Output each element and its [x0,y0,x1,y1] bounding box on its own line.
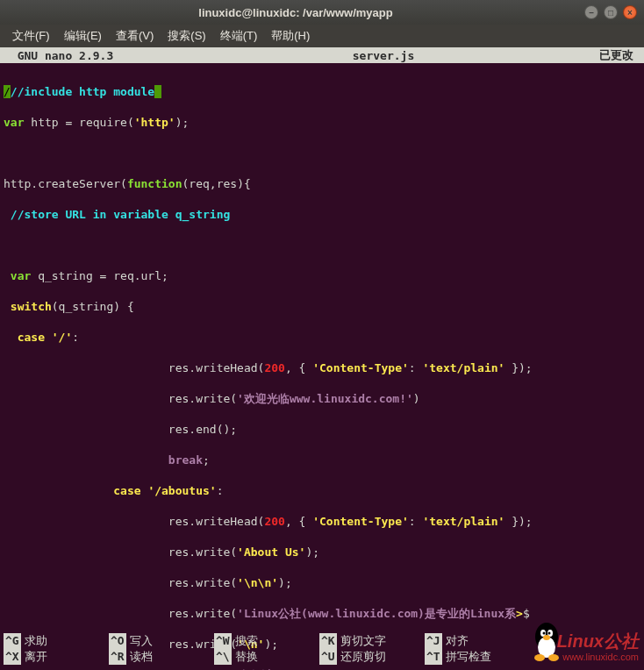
shortcut-cut: ^K剪切文字 [319,633,425,649]
svg-point-6 [543,635,550,640]
close-button[interactable]: × [623,5,637,19]
nano-status: 已更改 [570,47,640,63]
window-title: linuxidc@linuxidc: /var/www/myapp [7,6,584,19]
watermark-sub: www.linuxidc.com [557,649,639,665]
shortcut-help: ^G求助 [4,633,109,649]
shortcut-justify: ^J对齐 [425,633,530,649]
menu-help[interactable]: 帮助(H) [266,26,315,46]
window-controls: – □ × [584,5,637,19]
shortcut-search: ^W搜索 [214,633,319,649]
watermark-main: Linux公社 [557,633,639,649]
maximize-button[interactable]: □ [604,5,618,19]
shortcut-writeout: ^O写入 [109,633,214,649]
nano-filename: server.js [197,49,570,62]
window-titlebar: linuxidc@linuxidc: /var/www/myapp – □ × [0,0,644,25]
menu-bar: 文件(F) 编辑(E) 查看(V) 搜索(S) 终端(T) 帮助(H) [0,25,644,47]
minimize-button[interactable]: – [584,5,598,19]
shortcut-uncut: ^U还原剪切 [319,649,425,665]
svg-point-4 [543,632,546,635]
shortcut-spell: ^T拼写检查 [425,649,530,665]
editor-content[interactable]: ///include http module var http = requir… [0,63,644,670]
shortcut-read: ^R读档 [109,649,214,665]
menu-edit[interactable]: 编辑(E) [59,26,107,46]
menu-view[interactable]: 查看(V) [111,26,159,46]
watermark: Linux公社 www.linuxidc.com [557,633,639,665]
shortcut-replace: ^\替换 [214,649,319,665]
menu-file[interactable]: 文件(F) [7,26,55,46]
menu-search[interactable]: 搜索(S) [162,26,211,46]
shortcut-exit: ^X离开 [4,649,109,665]
svg-point-5 [548,632,551,635]
svg-point-7 [534,654,545,661]
nano-version: GNU nano 2.9.3 [4,49,197,62]
nano-header: GNU nano 2.9.3 server.js 已更改 [0,47,644,63]
menu-terminal[interactable]: 终端(T) [215,26,263,46]
